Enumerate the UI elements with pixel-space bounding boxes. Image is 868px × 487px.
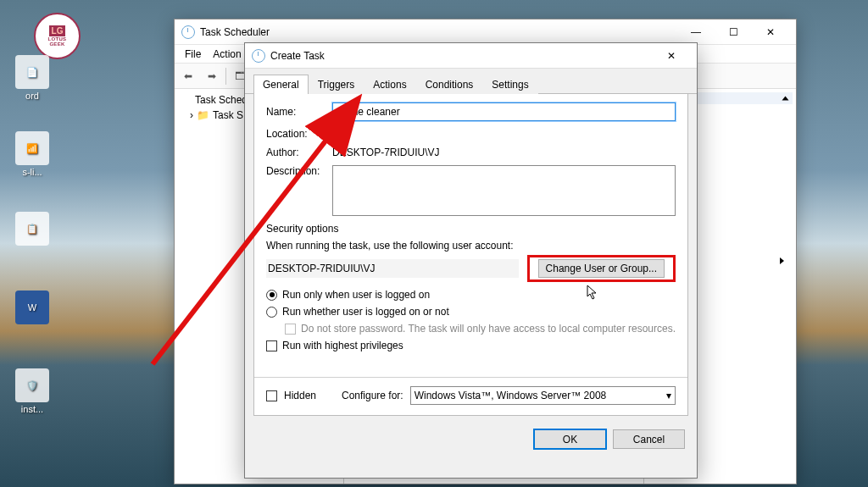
tab-settings[interactable]: Settings	[482, 75, 537, 94]
tab-triggers[interactable]: Triggers	[309, 75, 364, 94]
menu-file[interactable]: File	[180, 47, 206, 62]
maximize-button[interactable]: ☐	[715, 20, 752, 44]
security-text: When running the task, use the following…	[266, 240, 676, 252]
checkbox-icon	[266, 340, 277, 351]
no-store-password-checkbox: Do not store password. The task will onl…	[285, 323, 676, 335]
shield-icon: 🛡️	[15, 368, 49, 402]
desktop-icon[interactable]: 📋	[7, 212, 58, 247]
chevron-right-icon: ›	[190, 109, 193, 121]
tab-general-panel: Name: Location: \ Author: DESKTOP-7RIDUI…	[253, 94, 688, 416]
clock-icon	[181, 25, 195, 39]
clock-icon	[252, 49, 265, 63]
folder-icon: 📁	[197, 109, 209, 121]
author-value: DESKTOP-7RIDUIU\VJ	[332, 147, 676, 158]
radio-icon	[266, 307, 277, 318]
author-label: Author:	[266, 147, 332, 158]
change-user-group-button[interactable]: Change User or Group...	[527, 255, 676, 282]
checkbox-icon	[285, 324, 296, 335]
location-label: Location:	[266, 128, 332, 140]
file-icon: 📄	[15, 55, 49, 89]
tab-conditions[interactable]: Conditions	[416, 75, 483, 94]
desktop-icon[interactable]: 🛡️ inst...	[7, 368, 58, 414]
chevron-up-icon	[782, 97, 789, 101]
radio-run-whether[interactable]: Run whether user is logged on or not	[266, 306, 676, 318]
ok-button[interactable]: OK	[534, 429, 606, 449]
dialog-footer: OK Cancel	[245, 423, 697, 457]
name-input[interactable]	[332, 102, 676, 121]
description-input[interactable]	[332, 165, 676, 216]
chevron-right-icon	[780, 257, 784, 264]
forward-button[interactable]: ➡	[202, 66, 222, 86]
hidden-checkbox[interactable]	[266, 390, 277, 401]
desktop-icon[interactable]: 📶 s-li...	[7, 131, 58, 177]
configure-for-label: Configure for:	[342, 390, 403, 401]
hidden-label: Hidden	[284, 390, 335, 401]
desktop-icon[interactable]: 📄 ord	[7, 55, 58, 101]
configure-for-select[interactable]: Windows Vista™, Windows Server™ 2008 ▾	[410, 386, 676, 405]
name-label: Name:	[266, 106, 332, 118]
cancel-button[interactable]: Cancel	[613, 429, 685, 449]
chevron-down-icon: ▾	[666, 390, 671, 401]
user-account-value: DESKTOP-7RIDUIU\VJ	[266, 259, 519, 278]
desktop-icon[interactable]: W	[7, 291, 58, 326]
menu-action[interactable]: Action	[208, 47, 246, 62]
tab-general[interactable]: General	[253, 75, 309, 94]
ts-titlebar[interactable]: Task Scheduler — ☐ ✕	[175, 19, 796, 45]
location-value: \	[332, 128, 676, 140]
dialog-titlebar[interactable]: Create Task ✕	[245, 43, 697, 69]
security-options-label: Security options	[266, 223, 676, 235]
clock-icon	[180, 94, 192, 106]
lotus-geek-logo: LG LOTUS GEEK	[34, 13, 81, 59]
tab-strip: General Triggers Actions Conditions Sett…	[245, 69, 697, 94]
back-button[interactable]: ⬅	[178, 66, 198, 86]
wifi-icon: 📶	[15, 131, 49, 165]
ts-title: Task Scheduler	[200, 26, 677, 38]
tab-actions[interactable]: Actions	[364, 75, 415, 94]
dialog-title: Create Task	[270, 50, 653, 62]
create-task-dialog: Create Task ✕ General Triggers Actions C…	[244, 42, 698, 479]
minimize-button[interactable]: —	[677, 20, 715, 44]
description-label: Description:	[266, 165, 332, 177]
highest-privileges-checkbox[interactable]: Run with highest privileges	[266, 340, 676, 351]
close-button[interactable]: ✕	[752, 20, 789, 44]
word-icon: W	[15, 291, 49, 324]
radio-icon	[266, 290, 277, 301]
doc-icon: 📋	[15, 212, 49, 246]
dialog-close-button[interactable]: ✕	[653, 44, 690, 68]
radio-run-logged-on[interactable]: Run only when user is logged on	[266, 289, 676, 301]
